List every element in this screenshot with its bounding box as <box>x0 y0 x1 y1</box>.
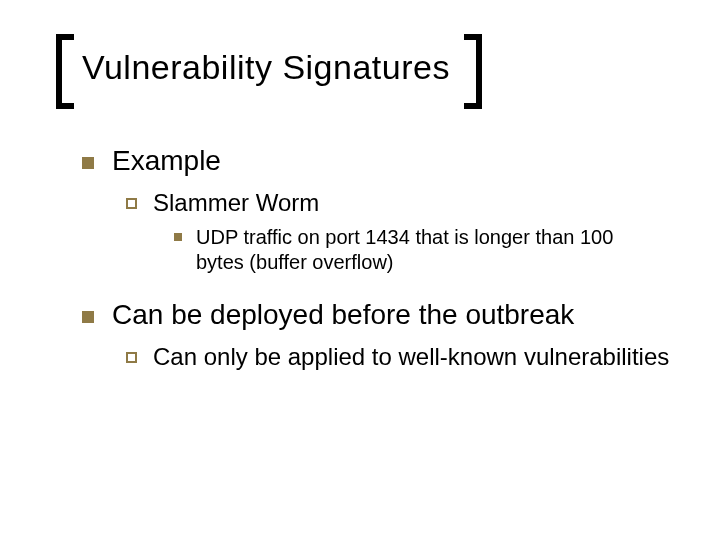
bracket-left-icon <box>56 34 74 109</box>
slide: Vulnerability Signatures Example Slammer… <box>0 0 720 540</box>
hollow-square-bullet-icon <box>126 198 137 209</box>
list-item: Can only be applied to well-known vulner… <box>126 343 680 371</box>
list-item: Can be deployed before the outbreak <box>82 299 680 331</box>
list-item: UDP traffic on port 1434 that is longer … <box>174 225 680 275</box>
small-square-bullet-icon <box>174 233 182 241</box>
bracket-right-icon <box>464 34 482 109</box>
slide-content: Example Slammer Worm UDP traffic on port… <box>72 145 680 371</box>
slide-title: Vulnerability Signatures <box>72 48 476 97</box>
list-item-label: Can be deployed before the outbreak <box>112 299 574 331</box>
list-item-label: Can only be applied to well-known vulner… <box>153 343 669 371</box>
square-bullet-icon <box>82 311 94 323</box>
list-item-label: Slammer Worm <box>153 189 319 217</box>
list-item: Example <box>82 145 680 177</box>
list-item: Slammer Worm <box>126 189 680 217</box>
square-bullet-icon <box>82 157 94 169</box>
list-item-label: UDP traffic on port 1434 that is longer … <box>196 225 656 275</box>
list-item-label: Example <box>112 145 221 177</box>
hollow-square-bullet-icon <box>126 352 137 363</box>
title-wrap: Vulnerability Signatures <box>72 48 476 97</box>
